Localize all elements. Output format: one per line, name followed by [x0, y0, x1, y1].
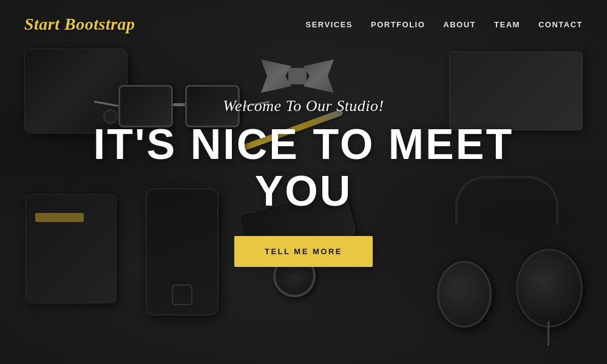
nav-link-portfolio[interactable]: PORTFOLIO — [371, 20, 425, 29]
nav-link-about[interactable]: ABOUT — [443, 20, 476, 29]
hero-subtitle: Welcome To Our Studio! — [91, 97, 516, 115]
nav-link-team[interactable]: TEAM — [494, 20, 520, 29]
nav-item-about: ABOUT — [443, 19, 476, 30]
navbar-brand[interactable]: Start Bootstrap — [24, 15, 135, 34]
nav-link-contact[interactable]: CONTACT — [538, 20, 583, 29]
nav-item-team: TEAM — [494, 19, 520, 30]
nav-item-portfolio: PORTFOLIO — [371, 19, 425, 30]
hero-section: Start Bootstrap SERVICES PORTFOLIO ABOUT… — [0, 0, 607, 364]
hero-content: Welcome To Our Studio! IT'S NICE TO MEET… — [91, 97, 516, 267]
navbar-nav: SERVICES PORTFOLIO ABOUT TEAM CONTACT — [305, 19, 583, 30]
cta-button[interactable]: TELL ME MORE — [234, 236, 373, 267]
nav-item-services: SERVICES — [305, 19, 353, 30]
nav-item-contact: CONTACT — [538, 19, 583, 30]
hero-title: IT'S NICE TO MEET YOU — [91, 121, 516, 215]
nav-link-services[interactable]: SERVICES — [305, 20, 353, 29]
navbar: Start Bootstrap SERVICES PORTFOLIO ABOUT… — [0, 0, 607, 49]
